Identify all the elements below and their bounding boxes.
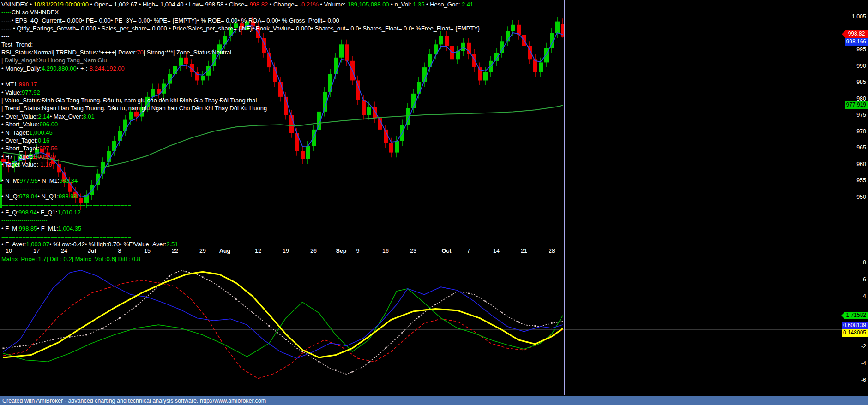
date-tick: 29 — [199, 248, 206, 255]
price-axis-tick: 950 — [838, 194, 866, 200]
date-tick: 14 — [493, 248, 500, 255]
price-axis-tick: 1,005 — [838, 13, 866, 20]
price-axis-tick: 960 — [838, 161, 866, 167]
tag-arrow-icon — [842, 30, 845, 38]
price-axis-tick: 955 — [838, 177, 866, 184]
price-axis-tick: 995 — [838, 46, 866, 53]
price-axis-tick: 975 — [838, 112, 866, 118]
last-value-tag: 0.608139 — [842, 322, 868, 329]
date-tick: 12 — [255, 248, 261, 255]
date-tick: 17 — [33, 248, 40, 255]
matrix-axis-tick: 4 — [838, 293, 866, 299]
price-axis-tick: 985 — [838, 79, 866, 85]
matrix-panel[interactable] — [0, 255, 851, 395]
matrix-chart-svg — [0, 255, 851, 395]
last-value-tag: 0.148005 — [842, 329, 868, 337]
price-chart-panel[interactable] — [0, 0, 851, 247]
last-value-tag: 1.71582 — [845, 312, 868, 319]
date-tick: 7 — [467, 248, 470, 255]
last-value-tag: 977.919 — [845, 101, 868, 109]
date-tick: 28 — [549, 248, 555, 255]
date-tick: 23 — [410, 248, 416, 255]
date-tick: 9 — [356, 248, 360, 255]
price-axis-tick: 970 — [838, 128, 866, 135]
matrix-axis-tick: 6 — [838, 276, 866, 283]
price-axis[interactable]: 1,0051,000995990985980975970965960955950… — [850, 0, 868, 395]
price-axis-tick: 965 — [838, 144, 866, 151]
status-bar-text: Created with AmiBroker - advanced charti… — [2, 398, 266, 404]
date-tick: Aug — [219, 248, 230, 255]
matrix-axis-tick: 8 — [838, 259, 866, 266]
matrix-header-text: Matrix_Price :1.7| Diff : 0.2| Matrix_Vo… — [1, 256, 140, 263]
matrix-axis-tick: -2 — [838, 343, 866, 350]
date-tick: 15 — [144, 248, 151, 255]
date-tick: 10 — [6, 248, 12, 255]
price-axis-tick: 980 — [838, 95, 866, 102]
date-tick: 16 — [382, 248, 389, 255]
date-tick: Jul — [88, 248, 96, 255]
matrix-axis-tick: -4 — [838, 360, 866, 367]
date-tick: 26 — [310, 248, 317, 255]
date-tick: 21 — [521, 248, 527, 255]
chart-cursor-vline — [564, 0, 565, 395]
price-axis-tick: 990 — [838, 63, 866, 69]
status-bar: Created with AmiBroker - advanced charti… — [0, 396, 868, 405]
date-axis[interactable]: 101724Jul8152229Aug121926Sep91623Oct7142… — [0, 247, 851, 255]
date-tick: 22 — [172, 248, 178, 255]
candlestick-chart-svg — [0, 0, 851, 247]
date-tick: Sep — [336, 248, 347, 255]
date-tick: 19 — [283, 248, 289, 255]
date-tick: 8 — [118, 248, 121, 255]
matrix-axis-tick: -6 — [838, 377, 866, 383]
amibroker-window: VNINDEX • 10/31/2019 00:00:00 • Open= 1,… — [0, 0, 868, 405]
last-value-tag: 998.166 — [845, 38, 868, 46]
date-tick: Oct — [442, 248, 452, 255]
tag-arrow-icon — [841, 312, 845, 319]
last-value-tag: 998.82 — [845, 30, 868, 38]
date-tick: 24 — [61, 248, 67, 255]
